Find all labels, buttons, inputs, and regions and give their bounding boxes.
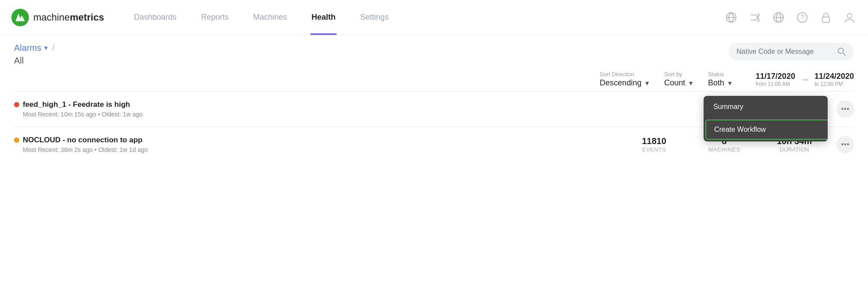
svg-rect-8 — [822, 17, 829, 22]
network-icon[interactable] — [723, 10, 739, 25]
alarm-status-dot-red — [14, 102, 19, 107]
logo: machinemetrics — [11, 8, 104, 27]
sort-by-label: Sort by — [664, 71, 694, 78]
nav-health[interactable]: Health — [299, 0, 348, 35]
status-value: Both — [708, 78, 724, 88]
sort-direction-filter: Sort Direction Descending ▼ — [600, 71, 650, 88]
sort-by-value: Count — [664, 78, 685, 88]
search-icon[interactable] — [837, 47, 846, 56]
date-from-block: 11/17/2020 from 11:00 AM — [756, 72, 795, 87]
sort-by-arrow-icon: ▼ — [688, 80, 694, 87]
alarm-more-button-1[interactable]: ••• — [836, 100, 854, 118]
nav-reports[interactable]: Reports — [189, 0, 241, 35]
alarm-title-2: NOCLOUD - no connection to app — [14, 136, 619, 144]
svg-point-0 — [11, 9, 29, 26]
summary-menu-item[interactable]: Summary — [704, 96, 828, 118]
sort-direction-value: Descending — [600, 78, 641, 88]
logo-icon — [11, 8, 30, 27]
nav-dashboards[interactable]: Dashboards — [121, 0, 189, 35]
help-icon[interactable]: ? — [794, 10, 810, 25]
create-workflow-menu-item[interactable]: Create Workflow — [705, 120, 828, 140]
alarm-events-count-2: 11810 — [619, 136, 689, 146]
date-to-block: 11/24/2020 to 12:00 PM — [815, 72, 854, 87]
shuffle-icon[interactable] — [747, 10, 763, 25]
alarm-events-2: 11810 EVENTS — [619, 136, 689, 153]
nav-machines[interactable]: Machines — [241, 0, 299, 35]
lock-icon[interactable] — [818, 10, 834, 25]
filter-bar: Sort Direction Descending ▼ Sort by Coun… — [0, 66, 868, 91]
dropdown-arrow-icon: ▼ — [43, 45, 49, 51]
alarm-events-label-2: EVENTS — [619, 146, 689, 153]
user-icon[interactable] — [842, 10, 857, 25]
nav-links: Dashboards Reports Machines Health Setti… — [121, 0, 723, 35]
alarm-subtitle-1: Most Recent: 10m 15s ago • Oldest: 1w ag… — [14, 111, 689, 118]
sort-by-filter: Sort by Count ▼ — [664, 71, 694, 88]
search-box — [729, 43, 854, 60]
alarm-machines-label-2: MACHINES — [689, 146, 759, 153]
date-range: 11/17/2020 from 11:00 AM → 11/24/2020 to… — [756, 72, 854, 87]
alarm-status-dot-orange — [14, 137, 19, 143]
logo-text: machinemetrics — [33, 12, 104, 23]
status-arrow-icon: ▼ — [727, 80, 733, 87]
alarm-context-menu: Summary Create Workflow — [704, 96, 828, 141]
alarm-list: feed_high_1 - Feedrate is high Most Rece… — [0, 91, 868, 162]
sort-by-select[interactable]: Count ▼ — [664, 78, 694, 88]
nav-bar: machinemetrics Dashboards Reports Machin… — [0, 0, 868, 35]
svg-line-11 — [843, 53, 846, 56]
date-to-sub: to 12:00 PM — [815, 81, 854, 87]
status-filter: Status Both ▼ — [708, 71, 733, 88]
alarm-info-1: feed_high_1 - Feedrate is high Most Rece… — [14, 100, 689, 118]
svg-text:?: ? — [800, 14, 804, 21]
alarm-info-2: NOCLOUD - no connection to app Most Rece… — [14, 136, 619, 153]
alarm-row: feed_high_1 - Feedrate is high Most Rece… — [14, 91, 854, 127]
nav-icon-group: ? — [723, 10, 857, 25]
status-label: Status — [708, 71, 733, 78]
alarm-subtitle-2: Most Recent: 36m 2s ago • Oldest: 1w 1d … — [14, 146, 619, 153]
sort-direction-label: Sort Direction — [600, 71, 650, 78]
alarm-title-1: feed_high_1 - Feedrate is high — [14, 100, 689, 109]
date-from[interactable]: 11/17/2020 — [756, 72, 795, 81]
search-input[interactable] — [736, 48, 833, 56]
globe-icon[interactable] — [771, 10, 786, 25]
date-from-sub: from 11:00 AM — [756, 81, 795, 87]
date-to[interactable]: 11/24/2020 — [815, 72, 854, 81]
breadcrumb-separator: / — [52, 43, 54, 53]
sort-direction-arrow-icon: ▼ — [644, 80, 650, 87]
nav-settings[interactable]: Settings — [348, 0, 401, 35]
status-select[interactable]: Both ▼ — [708, 78, 733, 88]
svg-point-9 — [847, 14, 852, 18]
breadcrumb-alarms[interactable]: Alarms ▼ — [14, 43, 49, 53]
svg-point-10 — [838, 48, 843, 53]
alarm-more-button-2[interactable]: ••• — [836, 136, 854, 153]
date-arrow-icon: → — [800, 74, 809, 85]
alarm-duration-label-2: DURATION — [759, 146, 829, 153]
top-section: Alarms ▼ / All — [0, 35, 868, 66]
sort-direction-select[interactable]: Descending ▼ — [600, 78, 650, 88]
